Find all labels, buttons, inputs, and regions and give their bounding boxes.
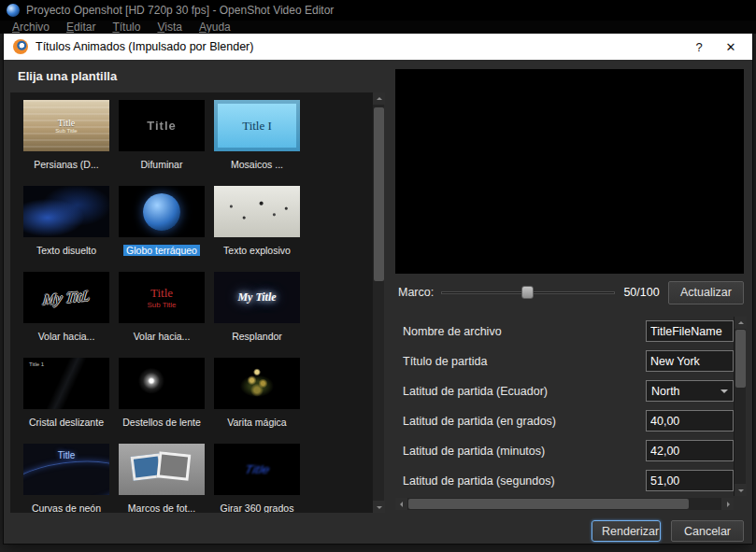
form-row: Latitud de partida (en grados) (395, 406, 734, 436)
template-label: Mosaicos ... (214, 158, 300, 172)
template-item-globo-terraqueo-selected[interactable]: Globo terráqueo (119, 186, 205, 260)
properties-form: Nombre de archivo Título de partida Lati… (395, 317, 734, 496)
template-thumbnail: Title I (214, 100, 300, 151)
template-label-selected: Globo terráqueo (119, 244, 205, 258)
menu-ayuda[interactable]: Ayuda (191, 21, 239, 34)
template-label: Varita mágica (214, 416, 300, 430)
scrollbar-thumb[interactable] (408, 499, 689, 509)
form-row: Latitud de partida (minutos) (395, 436, 734, 466)
template-thumbnail: Title Sub Title (23, 100, 109, 151)
scroll-down-icon[interactable] (735, 484, 747, 496)
field-label-latitude-equator: Latitud de partida (Ecuador) (403, 376, 548, 406)
frame-label: Marco: (395, 286, 434, 299)
template-label: Cristal deslizante (23, 416, 109, 430)
blender-icon (13, 39, 28, 54)
form-scrollbar-vertical[interactable] (734, 317, 746, 496)
frame-slider[interactable] (441, 284, 615, 301)
main-window-titlebar: Proyecto Openshot [HD 720p 30 fps] - Ope… (0, 0, 756, 21)
render-button[interactable]: Renderizar (592, 520, 661, 542)
scroll-right-icon[interactable] (721, 498, 734, 510)
template-thumbnail: Title (119, 100, 205, 151)
template-item-curvas-de-neon[interactable]: Title Curvas de neón (23, 444, 109, 513)
scroll-up-icon[interactable] (735, 317, 747, 329)
template-label: Persianas (D... (23, 158, 109, 172)
filename-input[interactable] (646, 320, 734, 342)
template-item-difuminar[interactable]: Title Difuminar (119, 100, 205, 174)
openshot-app-icon (7, 4, 20, 17)
template-label: Texto explosivo (214, 244, 300, 258)
field-label-start-title: Título de partida (403, 347, 487, 376)
update-button[interactable]: Actualizar (668, 281, 744, 304)
form-row: Nombre de archivo (395, 317, 734, 347)
template-item-volar-hacia-1[interactable]: My TitL Volar hacia... (23, 272, 109, 346)
template-thumbnail: Title 1 (23, 358, 109, 409)
template-item-destellos-de-lente[interactable]: Destellos de lente (119, 358, 205, 432)
screen: Proyecto Openshot [HD 720p 30 fps] - Ope… (0, 0, 756, 552)
field-label-filename: Nombre de archivo (403, 317, 502, 347)
template-thumbnail (119, 444, 205, 495)
latitude-seconds-input[interactable] (646, 470, 734, 491)
template-thumbnail (23, 186, 109, 237)
template-item-persianas[interactable]: Title Sub Title Persianas (D... (23, 100, 109, 174)
form-row: Latitud de partida (segundos) (395, 466, 734, 496)
form-row: Título de partida (395, 347, 734, 376)
template-thumbnail (214, 186, 300, 237)
menu-titulo[interactable]: Título (104, 21, 149, 34)
latitude-equator-select[interactable]: North (646, 380, 734, 402)
template-label: Curvas de neón (23, 502, 109, 513)
template-item-girar-360[interactable]: Title Girar 360 grados (214, 444, 300, 513)
template-item-varita-magica[interactable]: Varita mágica (214, 358, 300, 432)
template-item-resplandor[interactable]: My Title Resplandor (214, 272, 300, 346)
template-item-mosaicos[interactable]: Title I Mosaicos ... (214, 100, 300, 174)
form-scrollbar-horizontal[interactable] (395, 498, 734, 510)
help-button[interactable]: ? (687, 40, 711, 54)
template-thumbnail: Title Sub Title (119, 272, 205, 323)
latitude-minutes-input[interactable] (646, 440, 734, 461)
field-label-latitude-seconds: Latitud de partida (segundos) (403, 466, 555, 496)
template-label: Girar 360 grados (214, 502, 300, 513)
slider-handle[interactable] (521, 286, 534, 299)
template-thumbnail (214, 358, 300, 409)
menu-editar[interactable]: Editar (58, 21, 104, 34)
template-label: Destellos de lente (119, 416, 205, 430)
start-title-input[interactable] (646, 350, 734, 372)
template-thumbnail: Title (214, 444, 300, 495)
template-label: Difuminar (119, 158, 205, 172)
template-label: Texto disuelto (23, 244, 109, 258)
latitude-degrees-input[interactable] (646, 410, 734, 432)
frame-row: Marco: 50/100 Actualizar (395, 278, 744, 306)
field-label-latitude-minutes: Latitud de partida (minutos) (403, 436, 545, 466)
menu-vista[interactable]: Vista (149, 21, 190, 34)
preview-area (395, 69, 744, 274)
scrollbar-thumb[interactable] (374, 107, 384, 281)
template-thumbnail (119, 358, 205, 409)
close-icon[interactable]: ✕ (719, 40, 743, 54)
template-label: Resplandor (214, 330, 300, 344)
form-row: Latitud de partida (Ecuador) North (395, 376, 734, 406)
dialog-title: Títulos Animados (Impulsado por Blender) (36, 40, 679, 53)
template-label: Volar hacia... (23, 330, 109, 344)
template-thumbnail (119, 186, 205, 237)
template-thumbnail: Title (23, 444, 109, 495)
template-label: Marcos de fot... (119, 502, 205, 513)
frame-value: 50/100 (622, 286, 661, 299)
template-grid: Title Sub Title Persianas (D... Title Di… (10, 92, 372, 513)
scrollbar-thumb[interactable] (735, 330, 746, 388)
scroll-left-icon[interactable] (395, 498, 407, 510)
main-menubar: Archivo Editar Título Vista Ayuda (0, 21, 756, 34)
template-list: Title Sub Title Persianas (D... Title Di… (10, 92, 384, 513)
main-window-title: Proyecto Openshot [HD 720p 30 fps] - Ope… (26, 4, 334, 17)
scroll-down-icon[interactable] (373, 501, 385, 513)
template-item-cristal-deslizante[interactable]: Title 1 Cristal deslizante (23, 358, 109, 432)
template-label: Volar hacia... (119, 330, 205, 344)
chevron-down-icon (720, 389, 728, 397)
menu-archivo[interactable]: Archivo (4, 21, 58, 34)
template-item-texto-disuelto[interactable]: Texto disuelto (23, 186, 109, 260)
template-item-volar-hacia-2[interactable]: Title Sub Title Volar hacia... (119, 272, 205, 346)
scroll-up-icon[interactable] (373, 92, 385, 105)
template-item-texto-explosivo[interactable]: Texto explosivo (214, 186, 300, 260)
template-thumbnail: My Title (214, 272, 300, 323)
template-item-marcos-de-fotos[interactable]: Marcos de fot... (119, 444, 205, 513)
cancel-button[interactable]: Cancelar (671, 520, 744, 542)
template-list-scrollbar[interactable] (372, 92, 384, 513)
